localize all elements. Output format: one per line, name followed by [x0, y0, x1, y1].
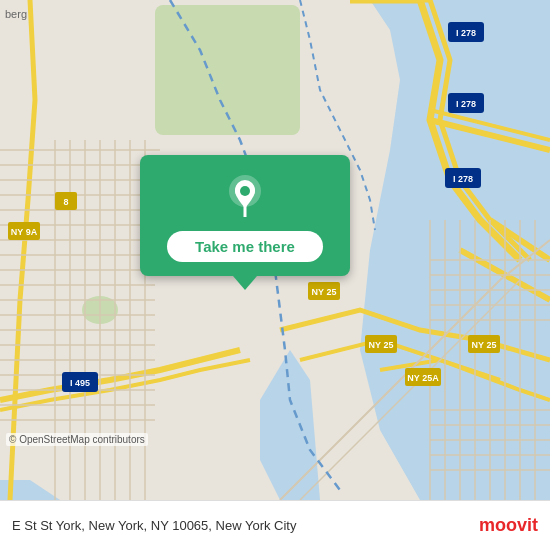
card-pointer — [233, 276, 257, 290]
take-me-there-card[interactable]: Take me there — [140, 155, 350, 290]
action-card: Take me there — [140, 155, 350, 276]
svg-text:NY 25: NY 25 — [472, 340, 497, 350]
svg-text:I 278: I 278 — [456, 28, 476, 38]
svg-text:I 278: I 278 — [453, 174, 473, 184]
moovit-text: moovit — [479, 515, 538, 536]
svg-text:berg: berg — [5, 8, 27, 20]
map-container: I 278 I 278 I 278 NY 25 NY 25 NY 25 NY 2… — [0, 0, 550, 500]
take-me-there-button[interactable]: Take me there — [167, 231, 323, 262]
map-attribution: © OpenStreetMap contributors — [6, 433, 148, 446]
bottom-bar: E St St York, New York, NY 10065, New Yo… — [0, 500, 550, 550]
svg-point-74 — [240, 186, 250, 196]
location-pin-icon — [223, 173, 267, 217]
address-text: E St St York, New York, NY 10065, New Yo… — [12, 518, 296, 533]
svg-text:I 495: I 495 — [70, 378, 90, 388]
svg-text:NY 9A: NY 9A — [11, 227, 38, 237]
svg-text:NY 25A: NY 25A — [407, 373, 439, 383]
svg-text:8: 8 — [63, 197, 68, 207]
svg-text:NY 25: NY 25 — [369, 340, 394, 350]
svg-text:I 278: I 278 — [456, 99, 476, 109]
moovit-logo: moovit — [479, 515, 538, 536]
